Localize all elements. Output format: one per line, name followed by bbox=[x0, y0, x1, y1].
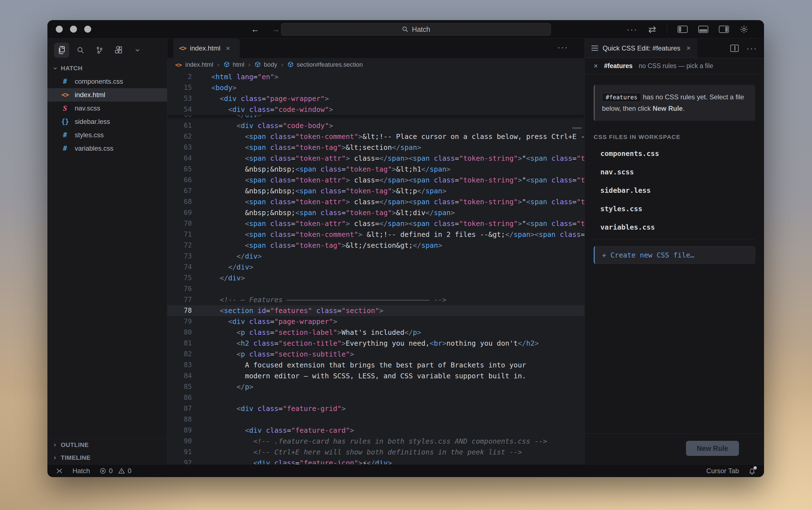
code-line[interactable]: 70 <span class="token-attr"> class=</spa… bbox=[167, 218, 584, 229]
swap-panes-icon[interactable]: ⇄ bbox=[648, 24, 656, 35]
code-line[interactable]: 90 <!-- .feature-card has rules in both … bbox=[167, 436, 584, 447]
command-search-input[interactable]: Hatch bbox=[281, 23, 551, 36]
extensions-icon[interactable] bbox=[111, 43, 126, 58]
code-line[interactable]: 69 &nbsp;&nbsp;<span class="token-tag">&… bbox=[167, 207, 584, 218]
panel-tab[interactable]: Quick CSS Edit: #features × bbox=[585, 38, 697, 58]
workspace-status[interactable]: Hatch bbox=[72, 467, 90, 475]
traffic-lights bbox=[56, 26, 91, 33]
file-name: styles.css bbox=[75, 131, 104, 139]
code-line[interactable]: 2<html lang="en"> bbox=[167, 72, 584, 82]
outline-section[interactable]: OUTLINE bbox=[48, 438, 167, 451]
code-line[interactable]: 76 bbox=[167, 283, 584, 294]
notifications-bell[interactable] bbox=[748, 467, 756, 475]
file-item[interactable]: #styles.css bbox=[48, 128, 167, 142]
code-line[interactable]: 67 &nbsp;&nbsp;<span class="token-tag">&… bbox=[167, 186, 584, 196]
new-rule-button[interactable]: New Rule bbox=[686, 441, 739, 456]
code-line[interactable]: 54 <div class="code-window"> bbox=[167, 104, 584, 115]
toggle-bottom-panel-icon[interactable] bbox=[698, 26, 708, 33]
file-name: index.html bbox=[75, 91, 105, 99]
css-file-item[interactable]: sidebar.less bbox=[585, 181, 764, 199]
forward-icon[interactable]: → bbox=[272, 25, 280, 34]
css-file-item[interactable]: variables.css bbox=[585, 218, 764, 236]
split-editor-icon[interactable] bbox=[730, 45, 739, 52]
code-line[interactable]: 61 <div class="code-body"> bbox=[167, 120, 584, 131]
back-icon[interactable]: ← bbox=[251, 25, 259, 34]
timeline-section[interactable]: TIMELINE bbox=[48, 451, 167, 464]
code-line[interactable]: 82 <p class="section-subtitle"> bbox=[167, 349, 584, 360]
line-number: 72 bbox=[167, 240, 200, 251]
code-line[interactable]: 74 </div> bbox=[167, 262, 584, 273]
code-line[interactable]: 15<body> bbox=[167, 82, 584, 93]
code-line[interactable]: 72 <span class="token-tag">&lt;/section&… bbox=[167, 240, 584, 251]
code-line[interactable]: 77 <!-- — Features —————————————————————… bbox=[167, 294, 584, 305]
search-panel-icon[interactable] bbox=[73, 43, 88, 58]
file-item[interactable]: #components.css bbox=[48, 75, 167, 88]
code-line[interactable]: 87 <div class="feature-grid"> bbox=[167, 403, 584, 414]
minimize-window-button[interactable] bbox=[70, 26, 77, 33]
line-number: 69 bbox=[167, 207, 200, 218]
code-line[interactable]: 84 modern editor — with SCSS, LESS, and … bbox=[167, 370, 584, 381]
toggle-left-sidebar-icon[interactable] bbox=[678, 26, 688, 33]
code-line[interactable]: 71 <span class="token-comment"> &lt;!-- … bbox=[167, 229, 584, 240]
code-editor[interactable]: 60 </div>61 <div class="code-body">62 <s… bbox=[167, 72, 584, 464]
code-line[interactable]: 85 </p> bbox=[167, 381, 584, 392]
breadcrumb-item-html[interactable]: html bbox=[223, 61, 245, 68]
gear-icon[interactable] bbox=[740, 25, 748, 34]
titlebar-more-icon[interactable]: ··· bbox=[627, 25, 638, 34]
toggle-right-sidebar-icon[interactable] bbox=[719, 26, 729, 33]
code-line[interactable]: 88 bbox=[167, 414, 584, 425]
breadcrumb-item-body[interactable]: body bbox=[254, 61, 277, 68]
line-number: 89 bbox=[167, 425, 200, 436]
clear-selector-icon[interactable]: × bbox=[594, 62, 598, 70]
cursor-tab-status[interactable]: Cursor Tab bbox=[706, 467, 739, 475]
code-line[interactable]: 89 <div class="feature-card"> bbox=[167, 425, 584, 436]
tab-index-html[interactable]: <> index.html × bbox=[174, 38, 240, 58]
code-line[interactable]: 91 <!-- Ctrl+E here will show both defin… bbox=[167, 447, 584, 457]
source-control-icon[interactable] bbox=[92, 43, 107, 58]
maximize-window-button[interactable] bbox=[84, 26, 91, 33]
file-item[interactable]: #variables.css bbox=[48, 142, 167, 155]
close-tab-icon[interactable]: × bbox=[226, 44, 230, 53]
scrollbar-thumb[interactable] bbox=[572, 127, 582, 129]
close-panel-tab-icon[interactable]: × bbox=[687, 44, 691, 53]
code-line[interactable]: 68 <span class="token-attr"> class=</spa… bbox=[167, 196, 584, 207]
file-item[interactable]: {}sidebar.less bbox=[48, 115, 167, 128]
code-line[interactable]: 86 bbox=[167, 392, 584, 403]
breadcrumb-file[interactable]: index.html bbox=[185, 61, 213, 68]
code-line[interactable]: 65 &nbsp;&nbsp;<span class="token-tag">&… bbox=[167, 164, 584, 175]
panel-more-icon[interactable]: ··· bbox=[747, 44, 757, 53]
breadcrumb-item-section[interactable]: section#features.section bbox=[287, 61, 363, 68]
css-file-item[interactable]: components.css bbox=[585, 144, 764, 163]
code-line[interactable]: 78 <section id="features" class="section… bbox=[167, 305, 584, 316]
code-line[interactable]: 80 <p class="section-label">What's inclu… bbox=[167, 327, 584, 338]
code-line[interactable]: 81 <h2 class="section-title">Everything … bbox=[167, 338, 584, 349]
code-line[interactable]: 66 <span class="token-attr"> class=</spa… bbox=[167, 175, 584, 186]
code-line[interactable]: 83 A focused extension that brings the b… bbox=[167, 360, 584, 370]
create-css-file-button[interactable]: + Create new CSS file… bbox=[594, 246, 755, 264]
list-icon bbox=[592, 46, 598, 51]
code-line[interactable]: 62 <span class="token-comment">&lt;!-- P… bbox=[167, 131, 584, 142]
css-file-item[interactable]: nav.scss bbox=[585, 163, 764, 181]
css-file-item[interactable]: styles.css bbox=[585, 199, 764, 218]
breadcrumb[interactable]: <> index.html › html › body › section#fe… bbox=[167, 58, 584, 72]
code-line[interactable]: 75 </div> bbox=[167, 273, 584, 283]
chevron-down-icon[interactable] bbox=[130, 43, 145, 58]
line-content: <!-- Ctrl+E here will show both definiti… bbox=[200, 447, 584, 457]
workspace-folder-header[interactable]: HATCH bbox=[48, 62, 167, 75]
editor-more-actions-icon[interactable]: ··· bbox=[558, 42, 568, 52]
tab-label: index.html bbox=[190, 45, 220, 52]
code-line[interactable]: 53 <div class="page-wrapper"> bbox=[167, 93, 584, 104]
code-line[interactable]: 79 <div class="page-wrapper"> bbox=[167, 316, 584, 327]
code-line[interactable]: 64 <span class="token-attr"> class=</spa… bbox=[167, 153, 584, 164]
code-line[interactable]: 63 <span class="token-tag">&lt;section</… bbox=[167, 142, 584, 153]
problems-indicator[interactable]: 0 0 bbox=[99, 467, 131, 475]
code-line[interactable]: 92 <div class="feature-icon">⚡</div> bbox=[167, 457, 584, 464]
file-item[interactable]: <>index.html bbox=[48, 88, 167, 102]
explorer-icon[interactable] bbox=[54, 43, 69, 58]
remote-indicator[interactable] bbox=[56, 467, 63, 475]
file-item[interactable]: Snav.scss bbox=[48, 102, 167, 115]
line-content: <!-- — Features ————————————————————————… bbox=[200, 294, 584, 305]
chevron-down-icon bbox=[53, 65, 58, 71]
code-line[interactable]: 73 </div> bbox=[167, 251, 584, 262]
close-window-button[interactable] bbox=[56, 26, 63, 33]
